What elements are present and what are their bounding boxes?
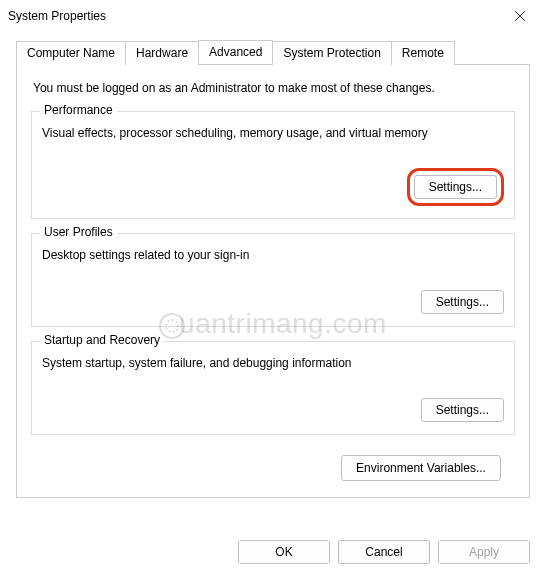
group-performance: Performance Visual effects, processor sc…	[31, 111, 515, 219]
system-properties-window: System Properties Computer Name Hardware…	[0, 0, 546, 572]
close-icon	[514, 10, 526, 22]
tab-hardware[interactable]: Hardware	[125, 41, 199, 65]
group-user-profiles-desc: Desktop settings related to your sign-in	[42, 248, 504, 262]
highlight-ring: Settings...	[407, 168, 504, 206]
performance-settings-button[interactable]: Settings...	[414, 175, 497, 199]
group-performance-button-row: Settings...	[42, 168, 504, 206]
group-performance-desc: Visual effects, processor scheduling, me…	[42, 126, 504, 140]
cancel-button[interactable]: Cancel	[338, 540, 430, 564]
content-area: Computer Name Hardware Advanced System P…	[0, 32, 546, 498]
env-row: Environment Variables...	[31, 449, 515, 481]
group-startup-desc: System startup, system failure, and debu…	[42, 356, 504, 370]
group-performance-title: Performance	[40, 103, 117, 117]
tab-computer-name[interactable]: Computer Name	[16, 41, 126, 65]
environment-variables-button[interactable]: Environment Variables...	[341, 455, 501, 481]
user-profiles-settings-button[interactable]: Settings...	[421, 290, 504, 314]
tab-strip: Computer Name Hardware Advanced System P…	[16, 40, 530, 64]
tab-advanced[interactable]: Advanced	[198, 40, 273, 64]
apply-button[interactable]: Apply	[438, 540, 530, 564]
ok-button[interactable]: OK	[238, 540, 330, 564]
group-startup-title: Startup and Recovery	[40, 333, 164, 347]
group-user-profiles-title: User Profiles	[40, 225, 117, 239]
window-title: System Properties	[8, 9, 106, 23]
tab-system-protection[interactable]: System Protection	[272, 41, 391, 65]
dialog-button-row: OK Cancel Apply	[238, 540, 530, 564]
group-startup-button-row: Settings...	[42, 398, 504, 422]
tab-remote[interactable]: Remote	[391, 41, 455, 65]
titlebar: System Properties	[0, 0, 546, 32]
group-user-profiles-button-row: Settings...	[42, 290, 504, 314]
group-startup-recovery: Startup and Recovery System startup, sys…	[31, 341, 515, 435]
startup-settings-button[interactable]: Settings...	[421, 398, 504, 422]
group-user-profiles: User Profiles Desktop settings related t…	[31, 233, 515, 327]
close-button[interactable]	[498, 2, 542, 30]
tab-panel-advanced: You must be logged on as an Administrato…	[16, 64, 530, 498]
intro-text: You must be logged on as an Administrato…	[33, 81, 515, 95]
